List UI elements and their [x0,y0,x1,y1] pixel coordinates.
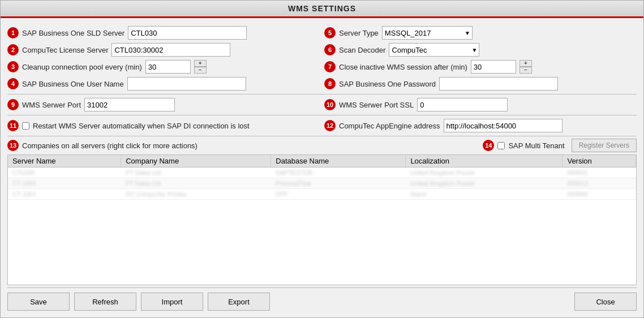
port-section: 9 WMS Serwer Port 10 WMS Serwer Port SSL [7,94,637,115]
input-sap-username[interactable] [127,77,246,91]
field-group-1: 1 SAP Business One SLD Server [7,26,320,40]
cell-database: DPF [271,189,406,200]
cell-localization: United Kingdom Pound [406,167,563,178]
label-cleanup: Cleanup connection pool every (min) [22,63,142,71]
label-license: CompuTec License Server [22,46,108,54]
col-version: Version [563,155,636,167]
cleanup-decrement-button[interactable]: − [194,67,207,74]
checkbox-multi-tenant[interactable] [497,142,505,149]
cell-server: CT-1001 [8,178,121,189]
cell-localization: Sopot [406,189,563,200]
col-database-name: Database Name [271,155,406,167]
content-area: 1 SAP Business One SLD Server 5 Server T… [1,18,643,317]
label-sap-username: SAP Business One User Name [22,80,124,88]
label-wms-port-ssl: WMS Serwer Port SSL [339,101,414,109]
select-server-type[interactable]: MSSQL_2017 HANA [382,26,473,40]
select-scan-decoder[interactable]: CompuTec Default [389,43,479,57]
cell-localization: United Kingdom Pound [406,178,563,189]
cell-company: PT Sales Ltd [121,167,271,178]
badge-11: 11 [7,120,19,131]
field-group-9: 9 WMS Serwer Port [7,98,320,111]
badge-2: 2 [7,44,19,55]
cell-version: 000001 [563,167,636,178]
companies-section: 13 Companies on all servers (right click… [7,136,637,288]
cell-server: CTL030 [8,167,121,178]
input-cleanup[interactable] [145,60,191,74]
companies-header-right: 14 SAP Multi Tenant Register Servers [483,139,637,152]
cell-company: DC CompuTec Polska [121,189,271,200]
restart-section: 11 Restart WMS Server automatically when… [7,115,637,136]
import-button[interactable]: Import [141,293,203,311]
col-localization: Localization [406,155,563,167]
badge-4: 4 [7,78,19,89]
input-appengine[interactable] [444,119,563,132]
input-wms-port-ssl[interactable] [417,98,508,111]
input-wms-port[interactable] [84,98,175,111]
col-server-name: Server Name [8,155,121,167]
close-inactive-increment-button[interactable]: + [520,60,532,67]
field-group-2: 2 CompuTec License Server [7,43,320,57]
label-scan-decoder: Scan Decoder [339,46,385,54]
badge-3: 3 [7,61,19,72]
row-3-7: 3 Cleanup connection pool every (min) + … [7,60,637,74]
table-row[interactable]: CT-1001 DC CompuTec Polska DPF Sopot 000… [8,189,636,200]
top-section: 1 SAP Business One SLD Server 5 Server T… [7,23,637,94]
badge-6: 6 [324,44,336,55]
field-group-8: 8 SAP Business One Password [324,77,637,91]
field-group-11: 11 Restart WMS Server automatically when… [7,120,320,131]
field-group-12: 12 CompuTec AppEngine address [324,119,637,132]
companies-header: 13 Companies on all servers (right click… [7,139,637,152]
table-row[interactable]: CTL030 PT Sales Ltd SAPTESTDB United Kin… [8,167,636,178]
server-type-dropdown-wrapper: MSSQL_2017 HANA ▼ [382,26,473,40]
cell-version: 000013 [563,178,636,189]
badge-8: 8 [324,78,336,89]
row-9-10: 9 WMS Serwer Port 10 WMS Serwer Port SSL [7,98,637,111]
badge-10: 10 [324,99,336,110]
cleanup-increment-button[interactable]: + [194,60,207,67]
checkbox-restart[interactable] [22,122,29,130]
footer-buttons: Save Refresh Import Export Close [7,288,637,313]
badge-9: 9 [7,99,19,110]
window-title: WMS SETTINGS [288,4,356,13]
row-4-8: 4 SAP Business One User Name 8 SAP Busin… [7,77,637,91]
label-sap-password: SAP Business One Password [339,80,436,88]
field-group-3: 3 Cleanup connection pool every (min) + … [7,60,320,74]
cleanup-stepper: + − [194,60,207,74]
close-inactive-decrement-button[interactable]: − [520,67,532,74]
row-2-6: 2 CompuTec License Server 6 Scan Decoder… [7,43,637,57]
row-1-2: 1 SAP Business One SLD Server 5 Server T… [7,26,637,40]
multi-tenant-group: 14 SAP Multi Tenant [483,140,564,151]
save-button[interactable]: Save [7,293,70,311]
label-close-inactive: Close inactive WMS session after (min) [339,63,467,71]
badge-13: 13 [7,140,19,151]
cell-database: ProcessFlow [271,178,406,189]
refresh-button[interactable]: Refresh [74,293,136,311]
main-window: WMS SETTINGS 1 SAP Business One SLD Serv… [0,0,644,318]
field-group-5: 5 Server Type MSSQL_2017 HANA ▼ [324,26,637,40]
input-sap-password[interactable] [439,77,558,91]
table-header-row: Server Name Company Name Database Name L… [8,155,636,167]
cell-company: PT Sales Ltd [121,178,271,189]
input-sap-server[interactable] [128,26,247,40]
label-companies: Companies on all servers (right click fo… [22,141,198,150]
close-button[interactable]: Close [574,293,637,311]
input-license[interactable] [111,43,230,57]
input-close-inactive[interactable] [471,60,516,74]
scan-decoder-dropdown-wrapper: CompuTec Default ▼ [389,43,479,57]
label-wms-port: WMS Serwer Port [22,101,81,109]
register-servers-button[interactable]: Register Servers [572,139,637,152]
label-restart: Restart WMS Server automatically when SA… [33,122,250,130]
badge-14: 14 [483,140,494,151]
cell-database: SAPTESTDB [271,167,406,178]
close-inactive-stepper: + − [520,60,532,74]
cell-version: 000000 [563,189,636,200]
field-group-7: 7 Close inactive WMS session after (min)… [324,60,637,74]
badge-7: 7 [324,61,336,72]
badge-1: 1 [7,27,19,38]
badge-5: 5 [324,27,336,38]
label-appengine: CompuTec AppEngine address [339,122,440,130]
export-button[interactable]: Export [208,293,270,311]
table-row[interactable]: CT-1001 PT Sales Ltd ProcessFlow United … [8,178,636,189]
label-sap-server: SAP Business One SLD Server [22,29,124,37]
cell-server: CT-1001 [8,189,121,200]
